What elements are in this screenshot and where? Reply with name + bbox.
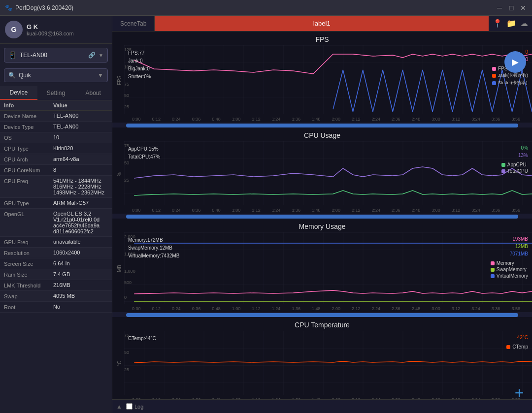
- memory-legend-virtual: VirtualMemory: [491, 273, 528, 279]
- fps-scrollbar-thumb: [126, 124, 518, 127]
- memory-legend-swap: SwapMemory: [491, 267, 528, 272]
- memory-scrollbar-track: [126, 313, 518, 317]
- cpu-y-axis: %: [114, 141, 124, 207]
- tab-setting[interactable]: Setting: [37, 86, 75, 100]
- memory-legend: 193MB 12MB 7071MB Memory SwapMemory: [491, 236, 528, 279]
- location-icon[interactable]: 📍: [493, 19, 502, 28]
- search-icon: 🔍: [8, 72, 16, 79]
- info-row: OpenGL OpenGL ES 3.2 V1.r21p0-01rel0.0d …: [0, 209, 112, 237]
- tab-about[interactable]: About: [74, 86, 112, 100]
- info-row: CPU Type Kirin820: [0, 143, 112, 154]
- info-value: TEL-AN00: [53, 113, 108, 119]
- info-row: Resolution 1060x2400: [0, 248, 112, 258]
- cpu-legend-total: TotalCPU: [501, 168, 528, 174]
- maximize-button[interactable]: □: [507, 4, 515, 12]
- memory-chart-body: Memory:172MB SwapMemory:12MB VirtualMemo…: [124, 232, 532, 305]
- info-row: LMK Threshold 216MB: [0, 280, 112, 291]
- memory-scrollbar-thumb: [126, 313, 518, 317]
- info-key: Ram Size: [4, 271, 53, 278]
- info-key: CPU Type: [4, 145, 53, 152]
- device-selector[interactable]: 📱 TEL-AN00 🔗 ▼: [4, 48, 108, 63]
- scene-tab[interactable]: SceneTab: [112, 16, 155, 31]
- cputemp-chart-panel: CPU Temperature °C CTemp:44°C 75 50 25: [112, 317, 532, 399]
- info-key: GPU Type: [4, 200, 53, 206]
- info-header: Info Value: [0, 100, 112, 111]
- col-info-header: Info: [4, 102, 53, 108]
- content-area: SceneTab label1 📍 📁 ☁ ▶ FPS FPS FPS:77: [112, 16, 532, 413]
- cpu-x-axis: 0:000:120:240:360:48 1:001:121:241:361:4…: [112, 207, 532, 214]
- cputemp-chart-title: CPU Temperature: [112, 321, 532, 329]
- info-key: GPU Freq: [4, 239, 53, 245]
- sidebar: G G K kuai-009@163.com 📱 TEL-AN00 🔗 ▼ 🔍 …: [0, 16, 112, 413]
- titlebar: 🐾 PerfDog(v3.6.200420) ─ □ ✕: [0, 0, 532, 16]
- cloud-icon[interactable]: ☁: [520, 19, 528, 28]
- cputemp-x-axis: 0:000:120:240:360:48 1:001:121:241:361:4…: [112, 396, 532, 399]
- fps-x-axis: 0:000:120:240:360:48 1:001:121:241:361:4…: [112, 116, 532, 123]
- log-label: Log: [134, 404, 143, 410]
- fps-chart-panel: FPS FPS FPS:77 Jank:0 BigJank:0 Stutter:…: [112, 32, 532, 127]
- close-button[interactable]: ✕: [519, 4, 527, 12]
- quik-selector[interactable]: 🔍 Quik ▼: [4, 68, 108, 82]
- folder-icon[interactable]: 📁: [506, 19, 516, 28]
- svg-text:50: 50: [124, 160, 129, 165]
- svg-rect-8: [124, 141, 532, 205]
- cpu-scrollbar-thumb: [126, 215, 518, 219]
- quik-dropdown-icon: ▼: [98, 72, 103, 79]
- info-key: Root: [4, 304, 53, 310]
- user-info: G K kuai-009@163.com: [27, 23, 74, 36]
- info-value: 216MB: [53, 282, 108, 288]
- play-button[interactable]: ▶: [504, 51, 526, 73]
- info-value: ARM Mali-G57: [53, 200, 108, 206]
- info-table: Info Value Device Name TEL-AN00 Device T…: [0, 100, 112, 413]
- bottom-expand-icon[interactable]: ▲: [116, 403, 122, 410]
- cpu-legend-app: AppCPU: [501, 162, 528, 167]
- info-value: 7.4 GB: [53, 271, 108, 277]
- svg-text:0: 0: [124, 295, 127, 300]
- user-section: G G K kuai-009@163.com: [0, 16, 112, 44]
- tab-bar: Device Setting About: [0, 86, 112, 100]
- info-value: TEL-AN00: [53, 124, 108, 129]
- log-checkbox[interactable]: Log: [126, 403, 143, 410]
- charts-container: ▶ FPS FPS FPS:77 Jank:0 BigJank:0 Stutte…: [112, 32, 532, 399]
- svg-text:1,000: 1,000: [124, 269, 135, 274]
- add-chart-button[interactable]: +: [510, 384, 528, 399]
- top-icons: 📍 📁 ☁: [489, 16, 532, 31]
- minimize-button[interactable]: ─: [496, 4, 503, 12]
- quik-label: Quik: [19, 72, 95, 79]
- info-value: 541MHz - 1844MHz 816MHz - 2228MHz 1498MH…: [53, 178, 108, 195]
- cputemp-legend: 42°C CTemp: [506, 335, 528, 349]
- info-value: No: [53, 304, 108, 310]
- info-row: Swap 4095 MB: [0, 291, 112, 302]
- cpu-legend: 0% 13% AppCPU TotalCPU: [501, 145, 528, 174]
- svg-text:50: 50: [124, 350, 129, 355]
- fps-y-axis: FPS: [114, 45, 124, 116]
- user-name: G K: [27, 23, 74, 31]
- label-tab[interactable]: label1: [155, 16, 489, 31]
- info-value: 8: [53, 167, 108, 173]
- info-key: Swap: [4, 293, 53, 299]
- cputemp-svg: 75 50 25: [124, 331, 532, 395]
- info-key: CPU Arch: [4, 156, 53, 162]
- fps-svg: 125 100 75 50 25: [124, 45, 532, 114]
- info-value: OpenGL ES 3.2 V1.r21p0-01rel0.0d ac4e765…: [53, 211, 108, 234]
- bottom-bar: ▲ Log: [112, 399, 532, 413]
- fps-chart-body: FPS:77 Jank:0 BigJank:0 Stutter:0%: [124, 45, 532, 116]
- memory-stats: Memory:172MB SwapMemory:12MB VirtualMemo…: [128, 236, 179, 260]
- log-check[interactable]: [126, 403, 133, 410]
- cputemp-legend-ctemp: CTemp: [506, 344, 528, 349]
- app-title: PerfDog(v3.6.200420): [15, 4, 496, 11]
- avatar: G: [5, 21, 23, 38]
- tab-device[interactable]: Device: [0, 86, 37, 100]
- cpu-svg: 75 50 25: [124, 141, 532, 205]
- info-value: Kirin820: [53, 145, 108, 151]
- fps-stats: FPS:77 Jank:0 BigJank:0 Stutter:0%: [128, 49, 151, 81]
- info-row: Root No: [0, 302, 112, 313]
- svg-text:25: 25: [124, 104, 129, 109]
- info-row: GPU Freq unavailable: [0, 237, 112, 248]
- svg-text:25: 25: [124, 178, 129, 183]
- info-value: 6.64 In: [53, 260, 108, 266]
- fps-legend-stutter: Stutter(卡顿率): [492, 80, 528, 86]
- svg-text:25: 25: [124, 367, 129, 372]
- info-key: Screen Size: [4, 260, 53, 267]
- memory-chart-panel: Memory Usage MB Memory:172MB SwapMemory:…: [112, 219, 532, 317]
